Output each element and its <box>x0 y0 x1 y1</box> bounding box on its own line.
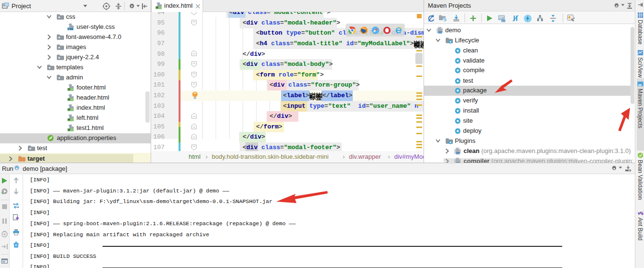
svg-text:m: m <box>638 82 642 87</box>
svg-text:H: H <box>68 88 70 91</box>
svg-text:m: m <box>438 29 442 35</box>
svg-text:H: H <box>68 128 70 131</box>
svg-text:H: H <box>68 118 70 121</box>
svg-text:H: H <box>156 6 158 9</box>
svg-text:CSS: CSS <box>68 27 74 30</box>
svg-text:m: m <box>502 17 506 23</box>
svg-text:H: H <box>68 108 70 111</box>
svg-text:H: H <box>68 98 70 101</box>
svg-text:m: m <box>456 150 460 155</box>
